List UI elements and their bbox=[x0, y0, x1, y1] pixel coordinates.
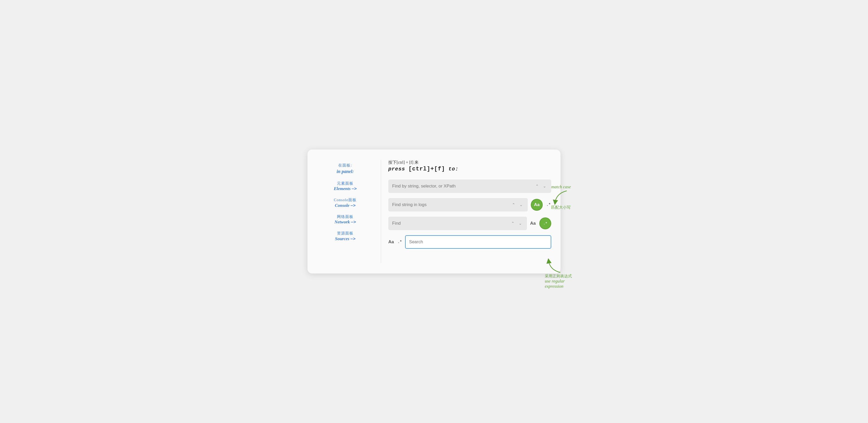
search-input-console[interactable] bbox=[392, 198, 509, 211]
nav-down-elements[interactable]: ⌄ bbox=[542, 183, 547, 189]
network-en: Network bbox=[335, 219, 350, 225]
network-arrow-row: Network –> bbox=[335, 219, 356, 225]
right-panel: 按下[ctrl] + [f] 来 press [ctrl]+[f] to: ⌃ … bbox=[388, 160, 551, 263]
network-zh: 网络面板 bbox=[337, 214, 353, 220]
nav-arrows-console: ⌃ ⌄ bbox=[511, 202, 524, 208]
sources-arrow: –> bbox=[350, 236, 355, 241]
nav-arrows-network: ⌃ ⌄ bbox=[510, 220, 523, 226]
panel-intro: 在面板: in panel: bbox=[317, 162, 374, 175]
panel-sources: 资源面板 Sources –> bbox=[317, 230, 374, 241]
elements-zh: 元素面板 bbox=[337, 181, 353, 186]
intro-en: in panel: bbox=[337, 169, 354, 175]
search-box-console: ⌃ ⌄ bbox=[388, 198, 528, 212]
panel-elements: 元素面板 Elements –> bbox=[317, 181, 374, 192]
elements-arrow-row: Elements –> bbox=[334, 186, 357, 191]
main-card: 在面板: in panel: 元素面板 Elements –> Console面… bbox=[308, 150, 560, 273]
console-arrow-row: Console –> bbox=[335, 203, 355, 208]
intro-zh: 在面板: bbox=[338, 162, 352, 169]
nav-up-console[interactable]: ⌃ bbox=[511, 202, 516, 208]
instruction-block: 按下[ctrl] + [f] 来 press [ctrl]+[f] to: bbox=[388, 160, 551, 172]
nav-down-console[interactable]: ⌄ bbox=[519, 202, 524, 208]
search-row-elements: ⌃ ⌄ bbox=[388, 179, 551, 193]
annotation-match-case: match case 匹配大小写 bbox=[551, 184, 572, 210]
annotation-regex: 采用正则表达式 use regular expression bbox=[545, 258, 572, 289]
regex-button-console[interactable]: .* bbox=[546, 203, 551, 207]
elements-en: Elements bbox=[334, 186, 351, 191]
instruction-en-prefix: press bbox=[388, 166, 405, 172]
instruction-en-key: [ctrl]+[f] bbox=[408, 166, 445, 172]
search-input-elements[interactable] bbox=[392, 180, 532, 193]
regex-button-network[interactable]: .* bbox=[539, 217, 551, 229]
search-box-elements: ⌃ ⌄ bbox=[388, 179, 551, 193]
search-box-sources bbox=[405, 235, 551, 249]
nav-arrows-elements: ⌃ ⌄ bbox=[534, 183, 547, 189]
match-case-label-network[interactable]: Aa bbox=[530, 221, 536, 226]
left-panel: 在面板: in panel: 元素面板 Elements –> Console面… bbox=[317, 160, 374, 263]
annotation-regex-en1: use regular bbox=[545, 279, 565, 284]
elements-arrow: –> bbox=[352, 186, 356, 191]
annotation-regex-en2: expression bbox=[545, 284, 563, 289]
nav-down-network[interactable]: ⌄ bbox=[518, 220, 523, 226]
nav-up-network[interactable]: ⌃ bbox=[510, 220, 516, 226]
search-box-network: ⌃ ⌄ bbox=[388, 217, 527, 230]
match-case-label-sources[interactable]: Aa bbox=[388, 239, 394, 245]
sources-arrow-row: Sources –> bbox=[335, 236, 355, 241]
annotation-arrow-match-case bbox=[551, 189, 572, 205]
search-input-sources[interactable] bbox=[409, 236, 547, 248]
search-row-network: ⌃ ⌄ Aa .* bbox=[388, 217, 551, 230]
console-en: Console bbox=[335, 203, 349, 208]
network-arrow: –> bbox=[351, 219, 356, 225]
vertical-divider bbox=[381, 160, 381, 263]
nav-up-elements[interactable]: ⌃ bbox=[534, 183, 540, 189]
annotation-regex-zh: 采用正则表达式 bbox=[545, 274, 572, 279]
sources-zh: 资源面板 bbox=[337, 230, 353, 236]
regex-label-sources[interactable]: .* bbox=[398, 240, 402, 244]
search-row-sources: Aa .* bbox=[388, 235, 551, 249]
panel-network: 网络面板 Network –> bbox=[317, 214, 374, 225]
search-rows-container: ⌃ ⌄ ⌃ ⌄ Aa .* bbox=[388, 179, 551, 249]
annotation-match-case-en: match case bbox=[551, 184, 571, 189]
match-case-button-console[interactable]: Aa bbox=[531, 199, 543, 211]
console-arrow: –> bbox=[351, 203, 355, 208]
console-zh: Console面板 bbox=[334, 197, 356, 203]
annotation-match-case-zh: 匹配大小写 bbox=[551, 205, 570, 210]
panel-console: Console面板 Console –> bbox=[317, 197, 374, 208]
annotation-arrow-regex bbox=[545, 258, 565, 274]
instruction-en: press [ctrl]+[f] to: bbox=[388, 166, 551, 172]
search-row-console: ⌃ ⌄ Aa .* bbox=[388, 198, 551, 212]
sources-en: Sources bbox=[335, 236, 349, 241]
instruction-zh: 按下[ctrl] + [f] 来 bbox=[388, 160, 551, 165]
instruction-en-suffix: to: bbox=[448, 166, 459, 172]
search-input-network[interactable] bbox=[392, 217, 508, 230]
